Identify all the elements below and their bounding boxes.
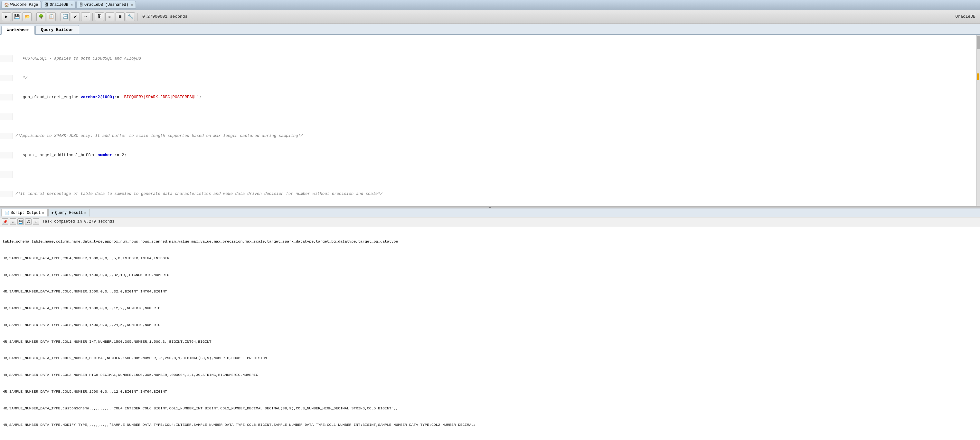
output-row-7: HR,SAMPLE_NUMBER_DATA_TYPE,COL2_NUMBER_D…: [3, 355, 977, 361]
tab-close-oracledb-unshared[interactable]: ✕: [131, 3, 133, 7]
tab-query-result[interactable]: ▶ Query Result ✕: [48, 209, 90, 217]
commit-button[interactable]: ✔: [71, 12, 80, 21]
resize-handle[interactable]: ▲: [0, 206, 980, 209]
tab-oracledb[interactable]: 🗄 OracleDB ✕: [41, 1, 76, 9]
view-tab-bar: Worksheet Query Builder: [0, 24, 980, 35]
query-result-icon: ▶: [52, 210, 54, 215]
output-row-8: HR,SAMPLE_NUMBER_DATA_TYPE,COL3_NUMBER_H…: [3, 372, 977, 378]
query-result-label: Query Result: [55, 210, 83, 215]
open-button[interactable]: 📂: [22, 12, 32, 21]
output-content[interactable]: table_schema,table_name,column_name,data…: [0, 226, 980, 440]
code-line-8: /*It control percentage of table data to…: [0, 191, 980, 197]
tools-button[interactable]: 🔧: [126, 12, 135, 21]
vscrollbar-thumb[interactable]: [977, 36, 980, 49]
edit-button[interactable]: ✏: [105, 12, 114, 21]
output-row-5: HR,SAMPLE_NUMBER_DATA_TYPE,COL8,NUMBER,1…: [3, 322, 977, 328]
out-edit-button[interactable]: ✏: [10, 218, 16, 225]
script-output-label: Script Output: [11, 210, 41, 215]
output-row-4: HR,SAMPLE_NUMBER_DATA_TYPE,COL7,NUMBER,1…: [3, 305, 977, 311]
main-content: POSTGRESQL - applies to both CloudSQL an…: [0, 35, 980, 440]
tab-close-oracledb[interactable]: ✕: [71, 3, 73, 7]
db-button[interactable]: 🗄: [95, 12, 104, 21]
tab-welcome-page[interactable]: 🏠 Welcome Page: [1, 1, 41, 9]
separator-2: [58, 13, 58, 21]
separator-3: [92, 13, 93, 21]
code-line-2: */: [0, 75, 980, 81]
save-button[interactable]: 💾: [12, 12, 21, 21]
tab-welcome-label: Welcome Page: [10, 3, 38, 7]
rollback-button[interactable]: ↩: [81, 12, 90, 21]
tab-query-builder[interactable]: Query Builder: [35, 25, 79, 34]
output-row-11: HR,SAMPLE_NUMBER_DATA_TYPE,MODIFY_TYPE,,…: [3, 422, 977, 427]
script-output-icon: 📄: [5, 210, 10, 215]
code-line-6: spark_target_additional_buffer number :=…: [0, 152, 980, 158]
run-button[interactable]: ▶: [2, 12, 11, 21]
oracledb-icon: 🗄: [45, 3, 48, 7]
output-row-10: HR,SAMPLE_NUMBER_DATA_TYPE,customSchema,…: [3, 405, 977, 411]
out-pin-button[interactable]: 📌: [2, 218, 8, 225]
code-line-1: POSTGRESQL - applies to both CloudSQL an…: [0, 56, 980, 62]
out-clear-button[interactable]: ☐: [33, 218, 39, 225]
query-builder-label: Query Builder: [41, 27, 73, 32]
grid-button[interactable]: ⊞: [116, 12, 125, 21]
oracledb-unshared-icon: 🗄: [79, 3, 83, 7]
output-row-1: HR,SAMPLE_NUMBER_DATA_TYPE,COL4,NUMBER,1…: [3, 255, 977, 261]
tab-oracledb-unshared-label: OracleDB (Unshared): [84, 3, 129, 7]
output-panel: 📄 Script Output ✕ ▶ Query Result ✕ 📌 ✏ 💾…: [0, 209, 980, 440]
tree-button[interactable]: 🌳: [37, 12, 45, 21]
output-row-3: HR,SAMPLE_NUMBER_DATA_TYPE,COL6,NUMBER,1…: [3, 289, 977, 294]
tab-oracledb-label: OracleDB: [49, 3, 68, 7]
output-row-header: table_schema,table_name,column_name,data…: [3, 239, 977, 244]
output-row-9: HR,SAMPLE_NUMBER_DATA_TYPE,COL5,NUMBER,1…: [3, 389, 977, 394]
scroll-accent: [977, 73, 979, 80]
code-line-7: [0, 171, 980, 178]
output-row-6: HR,SAMPLE_NUMBER_DATA_TYPE,COL1_NUMBER_I…: [3, 339, 977, 344]
code-line-3: gcp_cloud_target_engine varchar2(1000):=…: [0, 94, 980, 100]
refresh-button[interactable]: 🔄: [60, 12, 70, 21]
separator-1: [34, 13, 34, 21]
tab-oracledb-unshared[interactable]: 🗄 OracleDB (Unshared) ✕: [76, 1, 136, 9]
output-row-2: HR,SAMPLE_NUMBER_DATA_TYPE,COL9,NUMBER,1…: [3, 272, 977, 277]
task-status: Task completed in 0.279 seconds: [43, 219, 114, 224]
execution-time: 0.27900001 seconds: [140, 14, 190, 19]
close-script-output[interactable]: ✕: [42, 211, 44, 215]
editor[interactable]: POSTGRESQL - applies to both CloudSQL an…: [0, 35, 980, 206]
output-tab-bar: 📄 Script Output ✕ ▶ Query Result ✕: [0, 209, 980, 217]
code-line-5: /*Applicable to SPARK-JDBC only. It add …: [0, 133, 980, 139]
editor-vscrollbar[interactable]: [976, 35, 980, 206]
close-query-result[interactable]: ✕: [84, 211, 86, 215]
worksheet-label: Worksheet: [7, 28, 29, 32]
output-toolbar: 📌 ✏ 💾 🖨 ☐ Task completed in 0.279 second…: [0, 217, 980, 226]
report-button[interactable]: 📋: [47, 12, 56, 21]
code-line-4: [0, 113, 980, 120]
connection-label: OracleDB: [953, 14, 978, 19]
toolbar: ▶ 💾 📂 🌳 📋 🔄 ✔ ↩ 🗄 ✏ ⊞ 🔧 0.27900001 secon…: [0, 10, 980, 24]
tab-script-output[interactable]: 📄 Script Output ✕: [1, 209, 48, 217]
out-save-button[interactable]: 💾: [18, 218, 24, 225]
out-print-button[interactable]: 🖨: [25, 218, 32, 225]
welcome-icon: 🏠: [4, 3, 9, 7]
title-bar: 🏠 Welcome Page 🗄 OracleDB ✕ 🗄 OracleDB (…: [0, 0, 980, 10]
editor-content: POSTGRESQL - applies to both CloudSQL an…: [0, 35, 980, 206]
tab-worksheet[interactable]: Worksheet: [1, 26, 35, 35]
